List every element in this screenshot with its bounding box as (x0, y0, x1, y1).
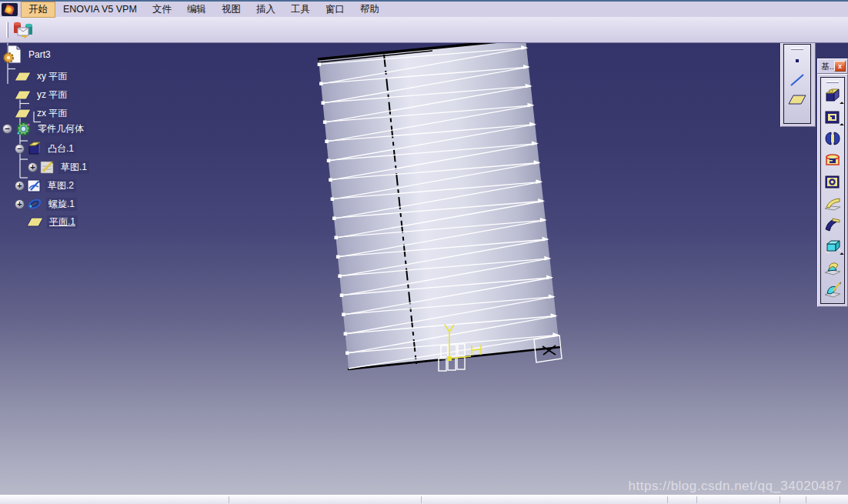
plane-icon (15, 72, 32, 82)
close-icon[interactable]: x (834, 61, 846, 72)
tree-label-part-body[interactable]: 零件几何体 (35, 122, 86, 135)
menu-tools[interactable]: 工具 (283, 2, 318, 18)
helix-icon (26, 196, 43, 212)
collapse-toggle[interactable]: − (15, 144, 25, 154)
toolbar-sketch-based-features: 基.. x (817, 58, 848, 307)
tree-label-xy-plane[interactable]: xy 平面 (35, 70, 69, 83)
toolbar-grip[interactable] (791, 48, 803, 50)
status-divider (806, 496, 806, 503)
menu-insert[interactable]: 插入 (249, 2, 283, 18)
tree-label-pad1[interactable]: 凸台.1 (45, 142, 76, 155)
tree-node-pad1[interactable]: − 凸台.1 (15, 141, 76, 156)
tree-node-yz-plane[interactable]: yz 平面 (15, 88, 69, 102)
status-divider (667, 496, 668, 503)
menu-help[interactable]: 帮助 (352, 2, 387, 18)
close-surface-icon[interactable] (822, 279, 843, 300)
menu-view[interactable]: 视图 (214, 2, 249, 18)
pocket-icon[interactable] (822, 106, 843, 128)
flyout-arrow-icon[interactable] (840, 102, 844, 106)
top-toolbar (0, 17, 848, 43)
tree-label-part3[interactable]: Part3 (26, 49, 53, 60)
slot-icon[interactable] (822, 214, 843, 235)
tree-label-zx-plane[interactable]: zx 平面 (35, 107, 69, 120)
menu-bar: 开始 ENOVIA V5 VPM 文件 编辑 视图 插入 工具 窗口 帮助 (0, 0, 848, 17)
status-divider (696, 496, 697, 503)
plane-icon (15, 108, 32, 119)
pad-feature-icon (27, 141, 42, 156)
plane-icon (15, 90, 32, 101)
part-body-icon (15, 120, 32, 138)
plane-icon (27, 217, 44, 228)
expand-toggle[interactable]: + (15, 181, 25, 191)
multi-sections-solid-icon[interactable] (822, 235, 843, 257)
sketch-used-icon (40, 159, 55, 175)
toolbar-sketch-based-titlebar[interactable]: 基.. x (817, 58, 848, 74)
catia-window: 开始 ENOVIA V5 VPM 文件 编辑 视图 插入 工具 窗口 帮助 (0, 0, 848, 504)
menu-enovia-v5-vpm[interactable]: ENOVIA V5 VPM (55, 2, 145, 16)
hole-icon[interactable] (822, 171, 843, 192)
tree-node-sketch1[interactable]: + 草图.1 (28, 159, 89, 175)
tree-node-helix1[interactable]: + 螺旋.1 (15, 196, 77, 212)
status-bar (0, 495, 848, 504)
catia-logo-icon (2, 3, 18, 16)
pad-icon[interactable] (822, 85, 843, 106)
enovia-pdm-icon[interactable] (12, 20, 34, 40)
specification-tree: Part3 xy 平面 yz 平面 zx 平面 − (0, 43, 200, 274)
tree-label-plane1[interactable]: 平面.1 (47, 215, 78, 229)
menu-file[interactable]: 文件 (145, 2, 179, 18)
toolbar-grip[interactable] (826, 81, 839, 83)
menu-window[interactable]: 窗口 (318, 2, 352, 18)
flyout-arrow-icon[interactable] (840, 252, 844, 257)
handle-box[interactable] (457, 357, 465, 369)
shaft-icon[interactable] (822, 128, 843, 149)
toolbar-sketch-based-title: 基.. (821, 61, 834, 72)
expand-toggle[interactable]: + (15, 199, 25, 209)
sketch-icon (27, 178, 42, 193)
menu-start[interactable]: 开始 (21, 2, 55, 18)
removed-multi-sections-solid-icon[interactable] (822, 257, 843, 279)
point-icon[interactable] (786, 52, 808, 70)
tree-node-plane1[interactable]: 平面.1 (27, 215, 78, 229)
tree-label-yz-plane[interactable]: yz 平面 (35, 88, 69, 102)
tree-label-sketch2[interactable]: 草图.2 (45, 179, 76, 192)
toolbar-drag-handle[interactable] (6, 22, 8, 38)
expand-toggle[interactable]: + (28, 162, 38, 172)
watermark-text: https://blog.csdn.net/qq_34020487 (629, 479, 842, 494)
rib-icon[interactable] (822, 192, 843, 214)
collapse-toggle[interactable]: − (2, 124, 12, 134)
status-divider (780, 496, 780, 503)
tree-node-zx-plane[interactable]: zx 平面 (15, 107, 69, 120)
tree-label-helix1[interactable]: 螺旋.1 (46, 198, 77, 211)
tree-node-sketch2[interactable]: + 草图.2 (15, 178, 76, 193)
tree-node-part-body[interactable]: − 零件几何体 (2, 120, 86, 138)
tree-label-sketch1[interactable]: 草图.1 (58, 161, 89, 174)
tree-node-part3[interactable]: Part3 (3, 45, 53, 65)
groove-icon[interactable] (822, 149, 843, 171)
flyout-arrow-icon[interactable] (840, 123, 844, 128)
line-icon[interactable] (786, 70, 808, 90)
menu-edit[interactable]: 编辑 (179, 2, 214, 18)
plane-icon[interactable] (786, 90, 808, 110)
part-icon (3, 45, 23, 65)
status-divider (421, 496, 422, 503)
model-cylinder[interactable] (319, 39, 559, 369)
tree-node-xy-plane[interactable]: xy 平面 (15, 70, 69, 83)
status-divider (229, 496, 229, 503)
